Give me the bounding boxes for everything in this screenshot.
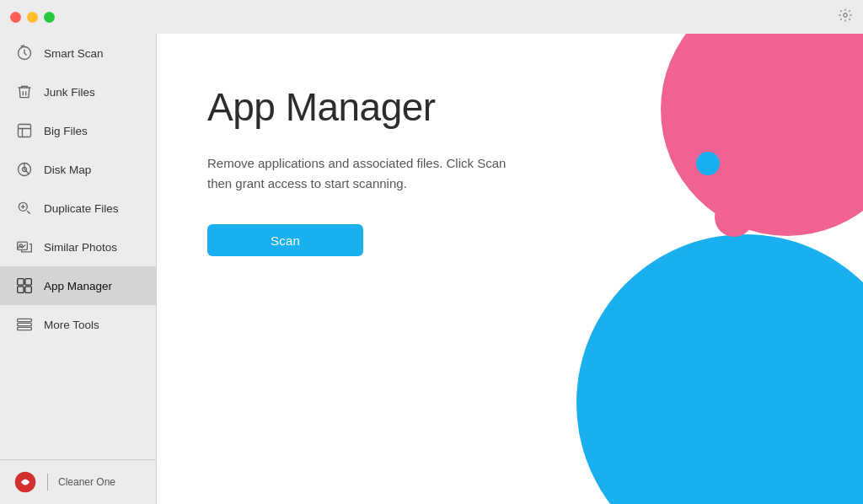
- similar-photos-icon: [15, 238, 34, 256]
- sidebar-item-label: Junk Files: [44, 86, 95, 99]
- settings-icon[interactable]: [838, 8, 853, 27]
- maximize-button[interactable]: [44, 12, 55, 23]
- trend-micro-icon: [13, 470, 37, 494]
- main-content-area: App Manager Remove applications and asso…: [157, 0, 863, 504]
- sidebar-item-smart-scan[interactable]: Smart Scan: [0, 34, 156, 72]
- sidebar-item-similar-photos[interactable]: Similar Photos: [0, 228, 156, 266]
- sidebar-item-app-manager[interactable]: App Manager: [0, 266, 156, 305]
- sidebar-item-duplicate-files[interactable]: Duplicate Files: [0, 189, 156, 228]
- page-title: App Manager: [207, 84, 812, 130]
- sidebar-item-label: Smart Scan: [44, 47, 104, 60]
- svg-rect-12: [18, 319, 32, 321]
- trend-micro-logo: [13, 470, 37, 494]
- sidebar-item-more-tools[interactable]: More Tools: [0, 305, 156, 344]
- svg-rect-8: [18, 279, 24, 286]
- big-files-icon: [15, 121, 34, 140]
- disk-map-icon: [15, 160, 34, 179]
- sidebar-item-label: Similar Photos: [44, 241, 117, 254]
- scan-button[interactable]: Scan: [207, 224, 363, 256]
- svg-rect-13: [18, 323, 32, 325]
- sidebar-item-label: Disk Map: [44, 164, 91, 176]
- page-description: Remove applications and associated files…: [207, 153, 528, 194]
- sidebar-footer: Cleaner One: [0, 459, 156, 504]
- svg-rect-9: [25, 279, 32, 286]
- main-body: App Manager Remove applications and asso…: [157, 34, 863, 290]
- sidebar: Smart Scan Junk Files Big Files: [0, 0, 157, 504]
- svg-rect-10: [18, 287, 24, 293]
- close-button[interactable]: [10, 12, 21, 23]
- more-tools-icon: [15, 315, 34, 334]
- duplicate-files-icon: [15, 199, 34, 217]
- svg-rect-11: [25, 287, 32, 293]
- app-name-label: Cleaner One: [58, 476, 115, 488]
- app-manager-icon: [15, 276, 34, 295]
- smart-scan-icon: [15, 44, 34, 62]
- junk-files-icon: [15, 83, 34, 101]
- sidebar-item-big-files[interactable]: Big Files: [0, 111, 156, 150]
- title-bar: [0, 0, 863, 34]
- sidebar-item-label: Big Files: [44, 125, 88, 137]
- logo-divider: [47, 474, 48, 491]
- traffic-lights: [10, 12, 55, 23]
- sidebar-item-label: More Tools: [44, 319, 99, 331]
- svg-point-0: [844, 13, 848, 17]
- minimize-button[interactable]: [27, 12, 38, 23]
- svg-rect-14: [18, 327, 32, 330]
- svg-rect-2: [19, 125, 31, 137]
- sidebar-item-label: App Manager: [44, 280, 112, 292]
- sidebar-item-junk-files[interactable]: Junk Files: [0, 72, 156, 111]
- sidebar-item-label: Duplicate Files: [44, 202, 119, 215]
- sidebar-item-disk-map[interactable]: Disk Map: [0, 150, 156, 189]
